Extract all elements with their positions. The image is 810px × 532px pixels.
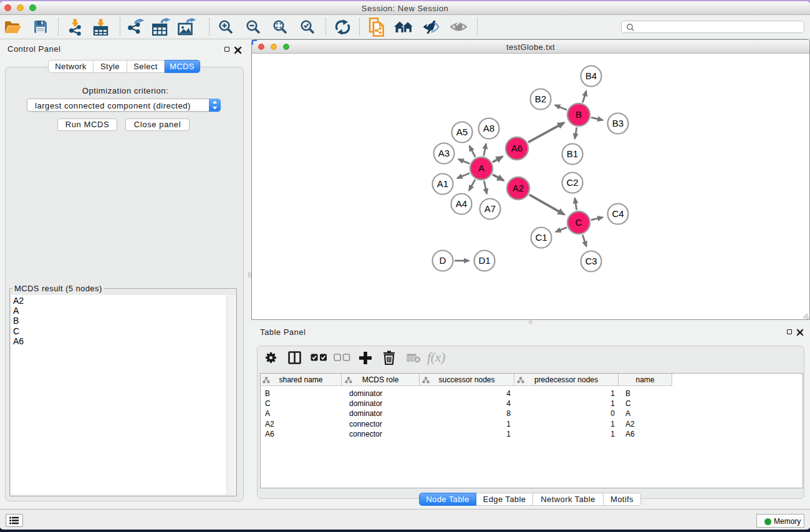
svg-text:A8: A8	[483, 123, 494, 133]
svg-text:B: B	[576, 109, 582, 120]
svg-text:A5: A5	[456, 127, 468, 137]
svg-text:C3: C3	[585, 256, 597, 266]
svg-text:A7: A7	[485, 203, 496, 214]
svg-text:D: D	[440, 255, 446, 266]
svg-text:A4: A4	[456, 198, 467, 209]
svg-text:D1: D1	[478, 255, 490, 266]
svg-text:A1: A1	[437, 178, 448, 189]
svg-text:B3: B3	[612, 118, 624, 128]
svg-text:B4: B4	[586, 70, 597, 81]
svg-text:C4: C4	[612, 208, 624, 219]
svg-text:A: A	[478, 163, 485, 173]
svg-text:B1: B1	[567, 148, 578, 159]
svg-text:B2: B2	[535, 94, 546, 104]
svg-text:C: C	[576, 217, 582, 228]
svg-text:C2: C2	[566, 177, 578, 188]
svg-text:A6: A6	[511, 143, 523, 153]
svg-text:C1: C1	[535, 232, 547, 243]
svg-text:A2: A2	[513, 183, 524, 193]
svg-text:A3: A3	[438, 148, 450, 158]
